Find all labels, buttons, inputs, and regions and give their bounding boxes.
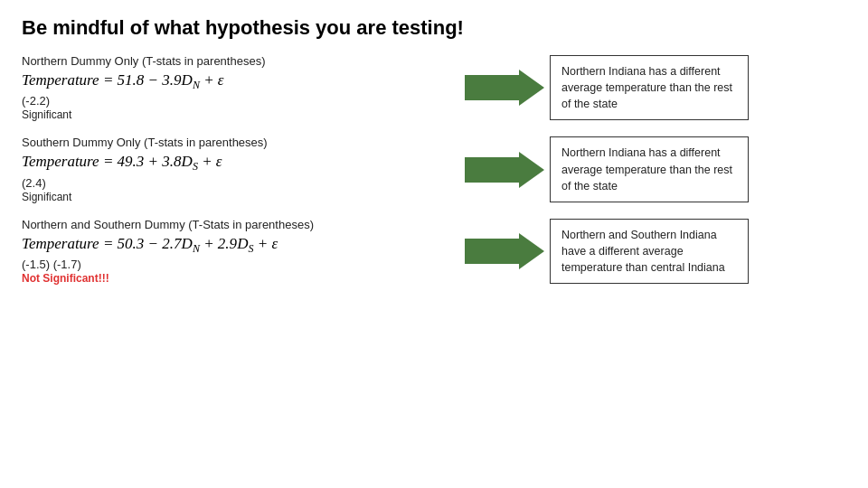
arrow-body-3 bbox=[465, 239, 519, 264]
arrow-body-2 bbox=[465, 157, 519, 183]
section-3-left: Northern and Southern Dummy (T-Stats in … bbox=[22, 218, 465, 285]
section-3-arrow-box: Northern and Southern Indiana have a dif… bbox=[465, 219, 846, 284]
section-1-sig: Significant bbox=[22, 108, 465, 121]
section-1-row: Northern Dummy Only (T-stats in parenthe… bbox=[22, 49, 846, 127]
section-2-formula: Temperature = 49.3 + 3.8DS + ε bbox=[22, 153, 465, 174]
section-1-result: Northern Indiana has a different average… bbox=[550, 55, 749, 120]
section-2-left: Southern Dummy Only (T-stats in parenthe… bbox=[22, 136, 465, 202]
section-3-result: Northern and Southern Indiana have a dif… bbox=[550, 219, 749, 284]
section-2-stats: (2.4) bbox=[22, 176, 465, 190]
section-1-label: Northern Dummy Only (T-stats in parenthe… bbox=[22, 54, 465, 68]
section-1-left: Northern Dummy Only (T-stats in parenthe… bbox=[22, 54, 465, 121]
section-2-row: Southern Dummy Only (T-stats in parenthe… bbox=[22, 130, 846, 208]
section-3-row: Northern and Southern Dummy (T-Stats in … bbox=[22, 212, 846, 290]
section-2-arrow-box: Northern Indiana has a different average… bbox=[465, 136, 846, 202]
section-1-stats: (-2.2) bbox=[22, 94, 465, 108]
section-3-formula: Temperature = 50.3 − 2.7DN + 2.9DS + ε bbox=[22, 235, 465, 256]
section-3-stats: (-1.5) (-1.7) bbox=[22, 258, 465, 271]
section-2-arrow bbox=[465, 152, 544, 188]
arrow-body-1 bbox=[465, 75, 519, 100]
section-1-arrow bbox=[465, 70, 544, 106]
section-1-formula: Temperature = 51.8 − 3.9DN + ε bbox=[22, 71, 465, 92]
arrow-head-1 bbox=[519, 70, 544, 106]
section-3-label: Northern and Southern Dummy (T-Stats in … bbox=[22, 218, 465, 231]
section-3-arrow bbox=[465, 233, 544, 269]
section-2-result: Northern Indiana has a different average… bbox=[550, 136, 749, 202]
section-2-sig: Significant bbox=[22, 191, 465, 203]
section-1-arrow-box: Northern Indiana has a different average… bbox=[465, 55, 846, 120]
page-title: Be mindful of what hypothesis you are te… bbox=[0, 0, 868, 49]
content-area: Northern Dummy Only (T-stats in parenthe… bbox=[0, 49, 868, 290]
section-2-label: Southern Dummy Only (T-stats in parenthe… bbox=[22, 136, 465, 149]
arrow-head-3 bbox=[519, 233, 544, 269]
section-3-sig: Not Significant!!! bbox=[22, 272, 465, 285]
arrow-head-2 bbox=[519, 152, 544, 188]
